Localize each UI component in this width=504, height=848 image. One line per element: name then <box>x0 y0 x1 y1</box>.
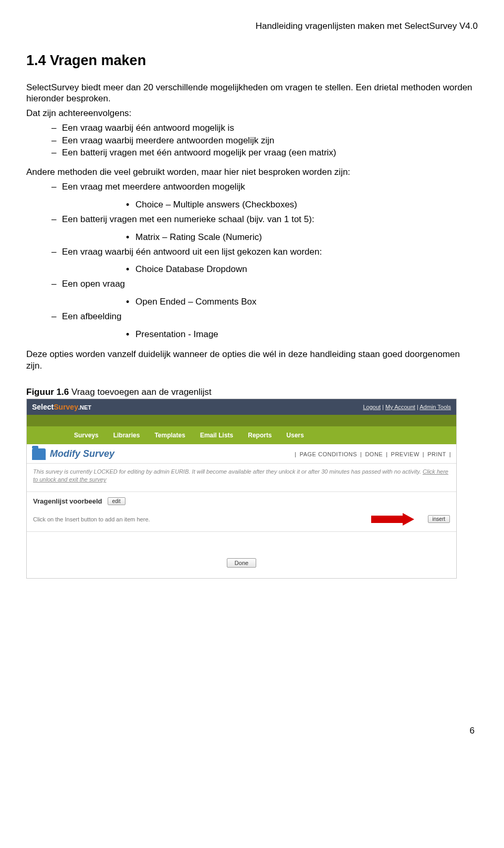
lock-message-text: This survey is currently LOCKED for edit… <box>33 468 423 475</box>
figure-label-rest: Vraag toevoegen aan de vragenlijst <box>69 387 212 397</box>
outro-paragraph: Deze opties worden vanzelf duidelijk wan… <box>26 349 478 371</box>
insert-row: Click on the Insert button to add an ite… <box>27 510 456 532</box>
bullet-item: Choice Database Dropdown <box>126 263 478 276</box>
brand-net: .NET <box>78 404 91 411</box>
list-1: Een vraag waarbij één antwoord mogelijk … <box>26 122 478 159</box>
list-2: Een vraag waarbij één antwoord uit een l… <box>26 246 478 258</box>
insert-button[interactable]: insert <box>428 515 450 523</box>
list-2-bullet: Presentation - Image <box>26 328 478 341</box>
figure-label-bold: Figuur 1.6 <box>26 387 69 397</box>
ss-title-actions: |PAGE CONDITIONS|DONE|PREVIEW|PRINT| <box>295 451 451 457</box>
intro-paragraph: SelectSurvey biedt meer dan 20 verschill… <box>26 82 478 104</box>
bullet-item: Presentation - Image <box>126 328 478 341</box>
list-2-bullet: Choice – Multiple answers (Checkboxes) <box>26 198 478 211</box>
list-2-bullet: Matrix – Rating Scale (Numeric) <box>26 231 478 244</box>
screenshot-figure: SelectSurvey.NET Logout | My Account | A… <box>26 399 457 579</box>
nav-users[interactable]: Users <box>287 432 304 439</box>
toplink-admintools[interactable]: Admin Tools <box>419 404 451 410</box>
ss-greenbar <box>27 415 456 426</box>
list-2-bullet: Choice Database Dropdown <box>26 263 478 276</box>
survey-name-row: Vragenlijst voorbeeld edit <box>27 492 456 510</box>
ss-nav: Surveys Libraries Templates Email Lists … <box>27 426 456 444</box>
ss-titlebar: Modify Survey |PAGE CONDITIONS|DONE|PREV… <box>27 444 456 464</box>
nav-emaillists[interactable]: Email Lists <box>200 432 233 439</box>
done-row: Done <box>27 542 456 578</box>
list-item: Een batterij vragen met één antwoord mog… <box>51 146 478 159</box>
lead-1: Dat zijn achtereenvolgens: <box>26 108 478 119</box>
list-item: Een batterij vragen met een numerieke sc… <box>51 213 478 226</box>
insert-block: insert <box>371 514 450 525</box>
edit-button[interactable]: edit <box>108 497 125 505</box>
list-item: Een afbeelding <box>51 310 478 323</box>
list-item: Een open vraag <box>51 278 478 290</box>
section-title: 1.4 Vragen maken <box>26 53 478 69</box>
list-2-bullet: Open Ended – Comments Box <box>26 296 478 308</box>
brand-select: Select <box>32 403 54 411</box>
toplink-logout[interactable]: Logout <box>363 404 381 410</box>
page-number: 6 <box>26 726 478 736</box>
action-print[interactable]: PRINT <box>427 451 446 457</box>
brand-logo: SelectSurvey.NET <box>32 403 91 411</box>
list-2: Een batterij vragen met een numerieke sc… <box>26 213 478 226</box>
page-title: Modify Survey <box>50 448 114 459</box>
figure-label: Figuur 1.6 Vraag toevoegen aan de vragen… <box>26 387 478 397</box>
bullet-item: Matrix – Rating Scale (Numeric) <box>126 231 478 244</box>
red-arrow-icon <box>371 514 418 525</box>
folder-icon <box>32 448 46 460</box>
done-button[interactable]: Done <box>227 558 256 568</box>
action-done[interactable]: DONE <box>365 451 383 457</box>
action-page-conditions[interactable]: PAGE CONDITIONS <box>300 451 357 457</box>
bullet-item: Open Ended – Comments Box <box>126 296 478 308</box>
list-item: Een vraag waarbij één antwoord uit een l… <box>51 246 478 258</box>
ss-title-left: Modify Survey <box>32 448 114 460</box>
nav-reports[interactable]: Reports <box>248 432 271 439</box>
nav-templates[interactable]: Templates <box>154 432 185 439</box>
list-item: Een vraag waarbij meerdere antwoorden mo… <box>51 134 478 147</box>
ss-topbar: SelectSurvey.NET Logout | My Account | A… <box>27 399 456 415</box>
list-2: Een vraag met meerdere antwoorden mogeli… <box>26 181 478 193</box>
list-item: Een vraag waarbij één antwoord mogelijk … <box>51 122 478 134</box>
running-header: Handleiding vragenlijsten maken met Sele… <box>26 21 478 32</box>
nav-surveys[interactable]: Surveys <box>74 432 99 439</box>
list-2: Een afbeelding <box>26 310 478 323</box>
nav-libraries[interactable]: Libraries <box>113 432 140 439</box>
lock-message: This survey is currently LOCKED for edit… <box>27 464 456 492</box>
top-links: Logout | My Account | Admin Tools <box>363 404 451 410</box>
bullet-item: Choice – Multiple answers (Checkboxes) <box>126 198 478 211</box>
list-item: Een vraag met meerdere antwoorden mogeli… <box>51 181 478 193</box>
toplink-myaccount[interactable]: My Account <box>385 404 415 410</box>
brand-survey: Survey <box>54 403 78 411</box>
list-2: Een open vraag <box>26 278 478 290</box>
action-preview[interactable]: PREVIEW <box>391 451 419 457</box>
survey-name-label: Vragenlijst voorbeeld <box>33 497 102 505</box>
lead-2: Andere methoden die veel gebruikt worden… <box>26 166 478 177</box>
insert-hint: Click on the Insert button to add an ite… <box>33 516 150 522</box>
